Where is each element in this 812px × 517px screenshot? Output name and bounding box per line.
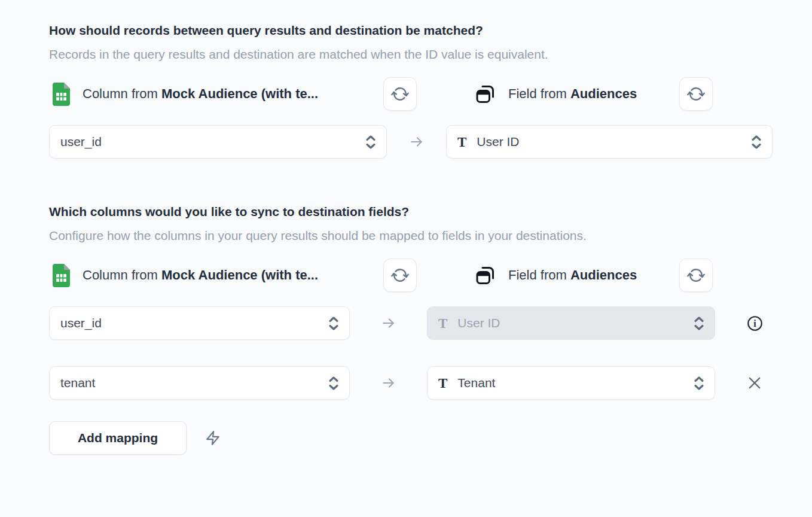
x-close-icon — [746, 375, 763, 391]
match-source-column-select[interactable]: user_id — [49, 125, 387, 159]
mapping-arrow — [350, 375, 427, 391]
right-arrow-icon — [381, 375, 396, 391]
sync-column-headers: Column from Mock Audience (with te... — [49, 258, 773, 292]
source-header: Column from Mock Audience (with te... — [49, 258, 417, 292]
match-description: Records in the query results and destina… — [49, 42, 689, 66]
refresh-source-columns-button[interactable] — [383, 77, 417, 111]
up-down-chevrons-icon — [365, 134, 377, 150]
locked-mapping-info-button[interactable]: i — [746, 315, 763, 332]
info-circle-icon: i — [747, 315, 763, 332]
mapping-arrow — [350, 315, 427, 331]
up-down-chevrons-icon — [750, 134, 762, 150]
source-header: Column from Mock Audience (with te... — [49, 77, 417, 111]
destination-header-label: Field from Audiences — [508, 86, 679, 102]
text-type-icon: T — [438, 317, 447, 330]
match-mapping-row: user_id T User ID — [49, 125, 773, 159]
destination-header-label: Field from Audiences — [508, 267, 679, 283]
up-down-chevrons-icon — [693, 315, 705, 332]
window-stack-icon — [475, 84, 496, 104]
match-section: How should records between query results… — [49, 22, 773, 159]
sync-footer: Add mapping — [49, 421, 773, 455]
source-header-prefix: Column from — [83, 86, 161, 101]
destination-header-prefix: Field from — [508, 267, 570, 282]
sync-mapping-row: tenant T Tenant — [49, 366, 773, 400]
remove-mapping-button[interactable] — [746, 375, 763, 391]
destination-header-name: Audiences — [570, 86, 637, 101]
match-source-column-value: user_id — [60, 135, 102, 149]
svg-text:i: i — [753, 318, 756, 329]
sync-description: Configure how the columns in your query … — [49, 224, 689, 248]
window-stack-icon — [475, 266, 496, 285]
text-type-icon: T — [438, 376, 447, 390]
source-header-name: Mock Audience (with te... — [161, 267, 318, 282]
source-header-name: Mock Audience (with te... — [161, 86, 318, 101]
refresh-source-columns-button[interactable] — [383, 258, 417, 292]
sync-destination-field-value: User ID — [457, 316, 500, 330]
refresh-arrows-icon — [685, 264, 707, 287]
sync-destination-field-select-disabled: T User ID — [427, 306, 715, 340]
sync-source-column-value: tenant — [60, 376, 95, 390]
up-down-chevrons-icon — [328, 315, 340, 332]
refresh-arrows-icon — [389, 264, 411, 287]
sync-source-column-select[interactable]: tenant — [49, 366, 350, 400]
add-mapping-button[interactable]: Add mapping — [49, 421, 187, 455]
sync-section: Which columns would you like to sync to … — [49, 203, 773, 455]
sync-destination-field-value: Tenant — [457, 376, 495, 390]
right-arrow-icon — [409, 134, 425, 150]
destination-header: Field from Audiences — [475, 77, 713, 111]
match-heading: How should records between query results… — [49, 22, 773, 39]
refresh-arrows-icon — [389, 83, 411, 105]
destination-header-prefix: Field from — [508, 86, 570, 101]
text-type-icon: T — [457, 135, 466, 149]
destination-header-name: Audiences — [570, 267, 637, 282]
source-header-label: Column from Mock Audience (with te... — [83, 267, 383, 283]
match-destination-field-value: User ID — [477, 135, 519, 149]
up-down-chevrons-icon — [693, 375, 705, 391]
mapping-arrow — [387, 134, 446, 150]
refresh-destination-fields-button[interactable] — [679, 258, 713, 292]
source-header-prefix: Column from — [83, 267, 161, 282]
google-sheets-icon — [53, 83, 70, 106]
suggest-mappings-button[interactable] — [205, 430, 221, 446]
refresh-arrows-icon — [685, 83, 707, 105]
sync-source-column-value: user_id — [60, 316, 102, 330]
match-column-headers: Column from Mock Audience (with te... — [49, 77, 773, 111]
lightning-bolt-icon — [205, 430, 221, 446]
sync-configuration-panel: How should records between query results… — [0, 0, 812, 517]
sync-source-column-select[interactable]: user_id — [49, 306, 350, 340]
refresh-destination-fields-button[interactable] — [679, 77, 713, 111]
google-sheets-icon — [53, 264, 70, 287]
destination-header: Field from Audiences — [475, 258, 713, 292]
sync-mapping-row: user_id T User ID — [49, 306, 773, 340]
sync-destination-field-select[interactable]: T Tenant — [427, 366, 715, 400]
sync-heading: Which columns would you like to sync to … — [49, 203, 773, 220]
source-header-label: Column from Mock Audience (with te... — [83, 86, 383, 102]
right-arrow-icon — [381, 315, 396, 331]
up-down-chevrons-icon — [328, 375, 340, 391]
match-destination-field-select[interactable]: T User ID — [446, 125, 773, 159]
